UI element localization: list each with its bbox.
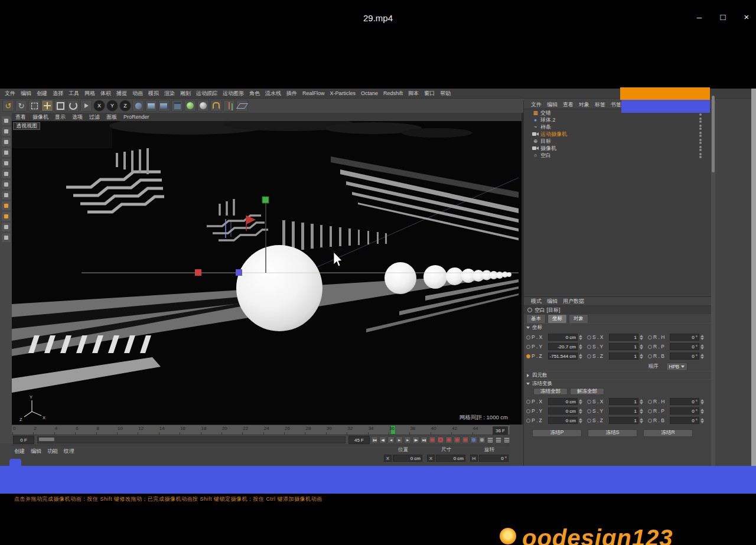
keyframe-dot[interactable] [526, 354, 530, 358]
ghost-frames-button[interactable] [487, 436, 494, 443]
scale-field[interactable]: 1 [609, 398, 638, 405]
timeline-ruler[interactable]: 36 F 02468101214161820222426283032343638… [12, 425, 510, 435]
viewport-menu-item[interactable]: 摄像机 [32, 113, 48, 121]
keyframe-dot[interactable] [587, 335, 591, 340]
value-stepper[interactable] [640, 344, 643, 350]
quaternion-section-header[interactable]: 四元数 [524, 371, 711, 379]
value-stepper[interactable] [700, 335, 704, 340]
menu-item[interactable]: 雕刻 [180, 90, 191, 97]
position-field[interactable]: 0 cm [548, 398, 578, 405]
enable-axis-icon[interactable] [2, 201, 11, 210]
visibility-toggles[interactable] [699, 118, 702, 123]
value-stepper[interactable] [579, 409, 582, 414]
coordinates-section-header[interactable]: 坐标 [524, 323, 711, 331]
object-row[interactable]: ○ 空白 [524, 152, 711, 159]
value-stepper[interactable] [640, 354, 643, 359]
close-button[interactable]: × [741, 11, 752, 22]
modeling-axis-icon[interactable] [223, 100, 235, 112]
model-mode-icon[interactable] [2, 138, 11, 146]
keyframe-dot[interactable] [587, 409, 591, 413]
coord-value-field[interactable]: 0 cm [436, 455, 465, 462]
object-manager-menu-item[interactable]: 标签 [595, 101, 605, 109]
prev-key-button[interactable]: ◀▮ [379, 436, 386, 443]
menu-item[interactable]: 运动图形 [223, 90, 244, 97]
minimize-button[interactable]: – [693, 11, 705, 22]
snap-magnet-icon[interactable] [210, 100, 222, 112]
keyframe-dot[interactable] [648, 409, 652, 413]
keyframe-dot[interactable] [648, 400, 652, 404]
scale-field[interactable]: 1 [609, 407, 638, 415]
keyframe-dot[interactable] [526, 419, 530, 423]
scale-field[interactable]: 1 [609, 353, 638, 360]
current-frame-box[interactable]: 36 F [492, 426, 509, 435]
position-field[interactable]: 0 cm [548, 407, 578, 415]
prev-frame-button[interactable]: ◀ [387, 436, 395, 443]
record-rotation-button[interactable] [462, 436, 469, 443]
menu-item[interactable]: 体积 [100, 90, 111, 97]
object-manager-menu-item[interactable]: 书签 [611, 101, 621, 109]
rotation-field[interactable]: 0 ° [670, 353, 699, 360]
rotate-tool-icon[interactable] [67, 100, 79, 112]
viewport-menu-item[interactable]: 选项 [72, 113, 83, 121]
menu-item[interactable]: 角色 [249, 90, 260, 97]
attribute-tab[interactable]: 对象 [569, 314, 588, 324]
coordinate-system-icon[interactable] [132, 100, 144, 112]
last-tool-icon[interactable] [80, 100, 92, 112]
scrollbar-thumb[interactable] [712, 96, 715, 172]
maximize-button[interactable]: □ [717, 11, 729, 22]
goto-end-button[interactable]: ▶▮ [421, 436, 428, 443]
object-row[interactable]: 运动摄像机 [524, 130, 711, 138]
object-manager-menu-item[interactable]: 文件 [531, 101, 542, 109]
shader-ball-icon[interactable] [197, 100, 209, 112]
workplane-icon[interactable] [236, 100, 248, 112]
menu-item[interactable]: 创建 [37, 90, 47, 97]
keyframe-dot[interactable] [587, 354, 591, 358]
order-dropdown[interactable]: HPB [666, 363, 687, 371]
next-key-button[interactable]: ▮▶ [412, 436, 419, 443]
viewport-menu-item[interactable]: ProRender [123, 114, 149, 120]
play-forward-button[interactable]: ▶ [396, 436, 403, 443]
visibility-toggles[interactable] [699, 139, 702, 144]
scale-field[interactable]: 1 [609, 334, 638, 341]
snap-settings-icon[interactable] [2, 233, 11, 242]
visibility-toggles[interactable] [699, 146, 702, 151]
autokeying-button[interactable] [437, 436, 444, 443]
polygons-mode-icon[interactable] [2, 191, 11, 200]
panel-toggle-button[interactable] [503, 436, 510, 443]
menu-item[interactable]: Octane [361, 90, 378, 96]
record-keyframe-button[interactable] [429, 436, 436, 443]
keyframe-dot[interactable] [648, 335, 652, 340]
position-field[interactable]: 0 cm [548, 334, 578, 341]
value-stepper[interactable] [579, 335, 582, 340]
viewport-menu-item[interactable]: 过滤 [89, 113, 100, 121]
attribute-tab[interactable]: 基本 [526, 314, 546, 324]
goto-start-button[interactable]: ▮◀ [371, 436, 378, 443]
rotation-field[interactable]: 0 ° [670, 407, 699, 415]
texture-mode-icon[interactable] [2, 148, 11, 157]
menu-item[interactable]: 运动跟踪 [196, 90, 217, 97]
menu-item[interactable]: 编辑 [21, 90, 31, 97]
visibility-toggles[interactable] [699, 153, 702, 158]
redo-icon[interactable]: ↻ [15, 100, 27, 112]
viewport-menu-item[interactable]: 面板 [106, 113, 117, 121]
keyframe-dot[interactable] [587, 400, 591, 404]
unfreeze-all-button[interactable]: 解冻全部 [570, 388, 604, 395]
key-options-button[interactable] [495, 436, 502, 443]
pen-tool-icon[interactable] [2, 127, 11, 136]
render-settings-icon[interactable] [171, 100, 183, 112]
value-stepper[interactable] [640, 335, 643, 340]
menu-item[interactable]: 流水线 [265, 90, 281, 97]
menu-item[interactable]: 插件 [286, 90, 297, 97]
object-manager-menu-item[interactable]: 查看 [563, 101, 573, 109]
next-frame-button[interactable]: ▶ [404, 436, 411, 443]
value-stepper[interactable] [700, 399, 704, 404]
menu-item[interactable]: 窗口 [424, 90, 435, 97]
range-slider-handle[interactable] [39, 438, 54, 441]
material-menu-item[interactable]: 创建 [14, 448, 25, 455]
record-position-button[interactable] [445, 436, 452, 443]
freeze-p-button[interactable]: 冻结P [532, 429, 582, 437]
keyframe-dot[interactable] [526, 335, 530, 340]
keyframe-dot[interactable] [648, 354, 652, 358]
material-menu-item[interactable]: 纹理 [64, 448, 74, 455]
viewport-canvas[interactable]: Y X Z 网格间距 : 1000 cm [12, 121, 522, 425]
